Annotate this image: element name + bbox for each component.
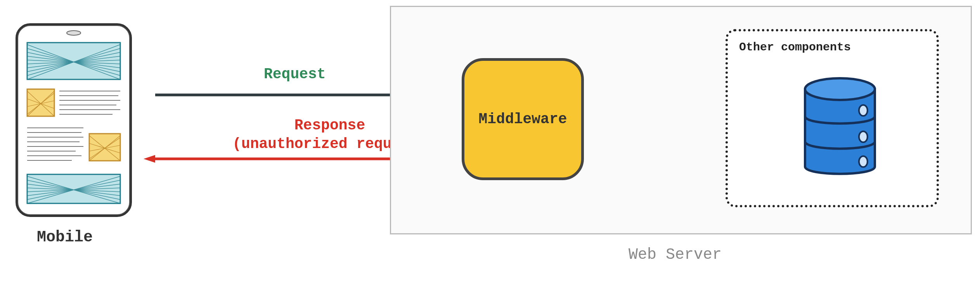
mobile-label: Mobile <box>37 229 93 246</box>
svg-point-56 <box>859 156 867 167</box>
mobile-device-icon <box>14 21 134 219</box>
other-components-label: Other components <box>739 41 851 54</box>
response-label-line1: Response <box>294 117 365 134</box>
svg-point-54 <box>859 105 867 116</box>
database-icon <box>799 72 881 184</box>
svg-point-55 <box>859 131 867 142</box>
middleware-node: Middleware <box>462 58 584 180</box>
request-arrow-label: Request <box>264 66 326 83</box>
svg-point-2 <box>67 31 81 35</box>
svg-marker-52 <box>144 155 155 163</box>
web-server-label: Web Server <box>629 246 722 263</box>
middleware-label: Middleware <box>478 111 567 127</box>
svg-point-53 <box>805 78 875 100</box>
architecture-diagram: Mobile Request Response (unauthorized re… <box>0 0 980 284</box>
